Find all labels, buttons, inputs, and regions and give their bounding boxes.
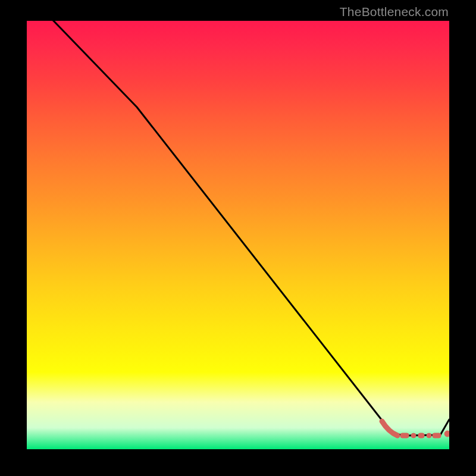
attribution-label: TheBottleneck.com (340, 5, 449, 19)
chart-frame: TheBottleneck.com (0, 0, 476, 476)
svg-rect-2 (418, 433, 424, 438)
plot-area (27, 21, 449, 449)
curve-svg (27, 21, 449, 449)
svg-point-1 (411, 433, 416, 438)
svg-rect-0 (400, 433, 409, 438)
svg-point-5 (444, 431, 449, 437)
marker-group (382, 421, 449, 438)
svg-point-3 (427, 433, 431, 438)
svg-rect-4 (433, 433, 441, 438)
line-path (27, 21, 449, 436)
